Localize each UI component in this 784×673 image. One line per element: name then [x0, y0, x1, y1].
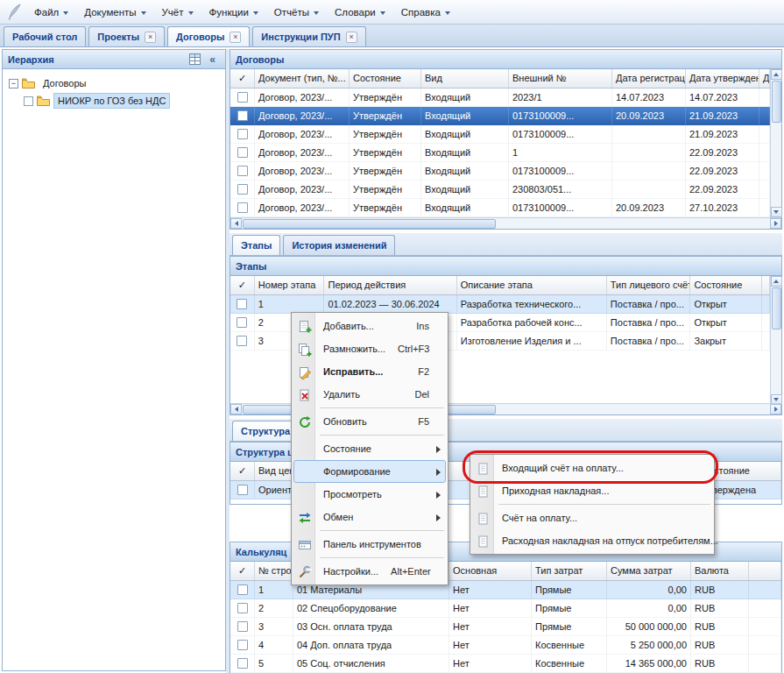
submenu-item-payment-invoice[interactable]: Счёт на оплату... [472, 507, 712, 529]
row-checkbox[interactable] [237, 147, 248, 158]
tab-projects[interactable]: Проекты [88, 26, 165, 46]
calculation-row[interactable]: 3 03 Осн. оплата труда Нет Прямые 50 000… [230, 618, 781, 636]
row-checkbox[interactable] [237, 336, 247, 346]
tab-close-icon[interactable] [145, 32, 156, 43]
column-header-state[interactable]: Состояние [350, 69, 421, 88]
row-checkbox[interactable] [237, 584, 248, 595]
menu-item-toolbar[interactable]: Панель инструментов [293, 533, 446, 556]
column-header-description[interactable]: Описание этапа [457, 276, 607, 294]
calculation-row[interactable]: 5 05 Соц. отчисления Нет Косвенные 14 36… [230, 655, 781, 673]
contracts-row[interactable]: Договор, 2023/... Утверждён Входящий 202… [230, 89, 770, 107]
column-header-account-type[interactable]: Тип лицевого счёт [607, 276, 691, 294]
column-header-line-number[interactable]: № стро [255, 562, 293, 580]
column-header-date[interactable]: Дата [759, 69, 770, 88]
menubar-item-documents[interactable]: Документы [76, 3, 153, 22]
row-checkbox[interactable] [237, 603, 248, 613]
scroll-thumb[interactable] [772, 81, 781, 123]
menubar-item-accounting[interactable]: Учёт [154, 3, 201, 22]
scroll-up-icon[interactable] [771, 69, 782, 80]
tab-pup-instructions[interactable]: Инструкции ПУП [252, 26, 365, 46]
menubar-item-dictionaries[interactable]: Словари [327, 3, 393, 22]
tab-stages[interactable]: Этапы [232, 235, 280, 255]
menu-item-state[interactable]: Состояние [293, 437, 446, 460]
column-header-check[interactable]: ✓ [230, 462, 255, 480]
row-checkbox[interactable] [237, 92, 248, 103]
column-header-state[interactable]: Состояние [690, 276, 762, 294]
tab-close-icon[interactable] [230, 32, 241, 43]
row-checkbox[interactable] [237, 129, 248, 139]
row-checkbox[interactable] [237, 621, 248, 632]
scroll-up-icon[interactable] [771, 276, 782, 287]
column-header-amount[interactable]: Сумма затрат [607, 562, 691, 580]
column-header-approval-date[interactable]: Дата утверждения [686, 69, 759, 88]
contracts-row[interactable]: Договор, 2023/... Утверждён Входящий 017… [230, 162, 770, 181]
contracts-v-scrollbar[interactable] [770, 69, 781, 217]
scroll-right-icon[interactable] [770, 218, 781, 229]
column-header-main[interactable]: Основная [449, 562, 532, 580]
scroll-right-icon[interactable] [770, 404, 781, 414]
stages-row-selected[interactable]: 1 01.02.2023 — 30.06.2024 Разработка тех… [230, 295, 770, 314]
column-header-cost-type[interactable]: Тип затрат [532, 562, 607, 580]
tab-change-history[interactable]: История изменений [283, 235, 395, 255]
column-header-document[interactable]: Документ (тип, №... [255, 69, 350, 88]
tree-collapse-icon[interactable] [9, 79, 18, 89]
contracts-row[interactable]: Договор, 2023/... Утверждён Входящий 017… [230, 199, 770, 217]
menu-item-refresh[interactable]: Обновить F5 [293, 410, 446, 433]
scroll-thumb[interactable] [772, 287, 781, 329]
column-header-registration-date[interactable]: Дата регистрации [612, 69, 686, 88]
menu-item-edit[interactable]: Исправить... F2 [293, 360, 446, 383]
row-checkbox[interactable] [237, 299, 247, 309]
column-header-check[interactable]: ✓ [230, 69, 255, 88]
tab-contracts[interactable]: Договоры [167, 26, 250, 46]
column-header-external-number[interactable]: Внешний № [509, 69, 612, 88]
scroll-down-icon[interactable] [771, 207, 782, 217]
menu-item-formation[interactable]: Формирование [293, 460, 446, 483]
row-checkbox[interactable] [237, 640, 248, 650]
row-checkbox[interactable] [237, 317, 247, 328]
tab-structure[interactable]: Структура [232, 421, 299, 441]
contracts-row[interactable]: Договор, 2023/... Утверждён Входящий 1 2… [230, 144, 770, 162]
tree-node-niokr[interactable]: НИОКР по ГОЗ без НДС [21, 92, 222, 110]
menu-item-delete[interactable]: Удалить Del [293, 383, 446, 406]
column-header-kind[interactable]: Вид [421, 69, 509, 88]
calculation-row[interactable]: 2 02 Спецоборудование Нет Прямые 0,00 RU… [230, 599, 781, 618]
collapse-panel-icon[interactable] [205, 53, 220, 67]
contracts-row[interactable]: Договор, 2023/... Утверждён Входящий 230… [230, 181, 770, 199]
menubar-item-reports[interactable]: Отчёты [266, 3, 327, 22]
tree-node-contracts[interactable]: Договоры [6, 74, 222, 92]
row-checkbox[interactable] [237, 485, 248, 495]
row-checkbox[interactable] [237, 658, 248, 669]
column-header-check[interactable]: ✓ [230, 276, 255, 294]
submenu-item-dispatch-note[interactable]: Расходная накладная на отпуск потребител… [472, 529, 712, 552]
column-header-period[interactable]: Период действия [324, 276, 456, 294]
scroll-thumb[interactable] [243, 219, 496, 229]
menu-item-exchange[interactable]: Обмен [293, 506, 446, 528]
scroll-left-icon[interactable] [230, 404, 242, 414]
grid-view-icon[interactable] [187, 53, 202, 67]
stages-v-scrollbar[interactable] [770, 276, 781, 405]
column-header-stage-number[interactable]: Номер этапа [255, 276, 325, 294]
column-header-currency[interactable]: Валюта [691, 562, 749, 580]
menubar-item-functions[interactable]: Функции [201, 3, 266, 22]
contracts-row-selected[interactable]: Договор, 2023/... Утверждён Входящий 017… [230, 107, 770, 125]
menubar-item-help[interactable]: Справка [393, 3, 458, 22]
menu-item-duplicate[interactable]: Размножить... Ctrl+F3 [293, 337, 446, 360]
calculation-row[interactable]: 4 04 Доп. оплата труда Нет Косвенные 5 2… [230, 636, 781, 655]
menubar-item-file[interactable]: Файл [26, 3, 76, 22]
menu-item-add[interactable]: Добавить... Ins [293, 315, 446, 337]
tree-checkbox[interactable] [24, 96, 33, 106]
tab-close-icon[interactable] [346, 32, 357, 43]
submenu-item-receipt-note[interactable]: Приходная накладная... [472, 479, 712, 502]
column-header-check[interactable]: ✓ [230, 562, 255, 580]
row-checkbox[interactable] [237, 202, 248, 213]
row-checkbox[interactable] [237, 166, 248, 176]
contracts-row[interactable]: Договор, 2023/... Утверждён Входящий 017… [230, 125, 770, 144]
menu-item-view[interactable]: Просмотреть [293, 483, 446, 506]
tab-desktop[interactable]: Рабочий стол [4, 26, 86, 46]
submenu-item-incoming-invoice[interactable]: Входящий счёт на оплату... [472, 457, 712, 479]
row-checkbox[interactable] [237, 184, 248, 195]
menu-item-settings[interactable]: Настройки... Alt+Enter [293, 560, 446, 583]
scroll-left-icon[interactable] [230, 218, 242, 229]
row-checkbox[interactable] [237, 110, 248, 121]
contracts-h-scrollbar[interactable] [230, 217, 781, 229]
